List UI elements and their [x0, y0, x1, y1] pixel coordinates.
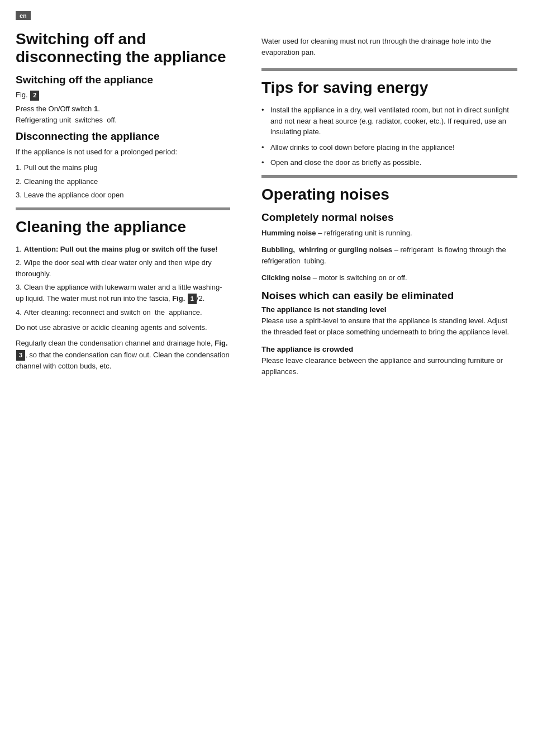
- divider-tips: [261, 68, 517, 71]
- list-item: 2.Cleaning the appliance: [16, 176, 230, 187]
- cleaning-section: Cleaning the appliance 1.Attention: Pull…: [16, 218, 230, 372]
- cleaning-title: Cleaning the appliance: [16, 218, 230, 236]
- divider-cleaning: [16, 207, 230, 210]
- cleaning-list: 1.Attention: Pull out the mains plug or …: [16, 244, 230, 318]
- cleaning-para2: Regularly clean the condensation channel…: [16, 338, 230, 371]
- noise-standing-level: The appliance is not standing level Plea…: [261, 305, 517, 338]
- lang-badge: en: [0, 11, 533, 25]
- crowded-subtitle: The appliance is crowded: [261, 345, 517, 353]
- switching-title: Switching off and disconnecting the appl…: [16, 30, 230, 66]
- list-item: 1.Attention: Pull out the mains plug or …: [16, 244, 230, 255]
- switching-section: Switching off and disconnecting the appl…: [16, 30, 230, 201]
- tips-section: Tips for saving energy Install the appli…: [261, 79, 517, 168]
- noise-humming: Humming noise – refrigerating unit is ru…: [261, 228, 517, 239]
- disconnecting-intro: If the appliance is not used for a prolo…: [16, 147, 230, 158]
- page: en Switching off and disconnecting the a…: [0, 0, 533, 756]
- fig-num: 2: [30, 91, 39, 101]
- list-item: 1.Pull out the mains plug: [16, 162, 230, 173]
- fig-text: Fig.: [16, 91, 30, 99]
- switching-off-subtitle: Switching off the appliance: [16, 74, 230, 87]
- list-item: 4.After cleaning: reconnect and switch o…: [16, 307, 230, 318]
- right-column: Water used for cleaning must not run thr…: [246, 25, 533, 395]
- list-item: Install the appliance in a dry, well ven…: [261, 105, 517, 138]
- list-item: Open and close the door as briefly as po…: [261, 157, 517, 168]
- list-item: 3.Clean the appliance with lukewarm wate…: [16, 282, 230, 304]
- disconnecting-subtitle: Disconnecting the appliance: [16, 130, 230, 143]
- list-item: 2.Wipe the door seal with clear water on…: [16, 257, 230, 279]
- fig-label: Fig. 2: [16, 90, 230, 101]
- left-column: Switching off and disconnecting the appl…: [0, 25, 246, 395]
- water-para: Water used for cleaning must not run thr…: [261, 36, 517, 58]
- tips-list: Install the appliance in a dry, well ven…: [261, 105, 517, 168]
- crowded-body: Please leave clearance between the appli…: [261, 355, 517, 377]
- normal-noises-title: Completely normal noises: [261, 211, 517, 224]
- eliminate-noises-title: Noises which can easily be eliminated: [261, 290, 517, 303]
- list-item: Allow drinks to cool down before placing…: [261, 142, 517, 153]
- noise-crowded: The appliance is crowded Please leave cl…: [261, 345, 517, 377]
- noise-clicking: Clicking noise – motor is switching on o…: [261, 272, 517, 284]
- cleaning-para1: Do not use abrasive or acidic cleaning a…: [16, 322, 230, 333]
- tips-title: Tips for saving energy: [261, 79, 517, 97]
- standing-level-body: Please use a spirit-level to ensure that…: [261, 315, 517, 338]
- list-item: 3.Leave the appliance door open: [16, 190, 230, 201]
- standing-level-subtitle: The appliance is not standing level: [261, 305, 517, 314]
- disconnecting-list: 1.Pull out the mains plug 2.Cleaning the…: [16, 162, 230, 201]
- switching-off-body: Press the On/Off switch 1.Refrigerating …: [16, 103, 230, 126]
- divider-noises: [261, 175, 517, 178]
- noise-bubbling: Bubbling, whirring or gurgling noises – …: [261, 244, 517, 267]
- noises-title: Operating noises: [261, 186, 517, 204]
- noises-section: Operating noises Completely normal noise…: [261, 186, 517, 377]
